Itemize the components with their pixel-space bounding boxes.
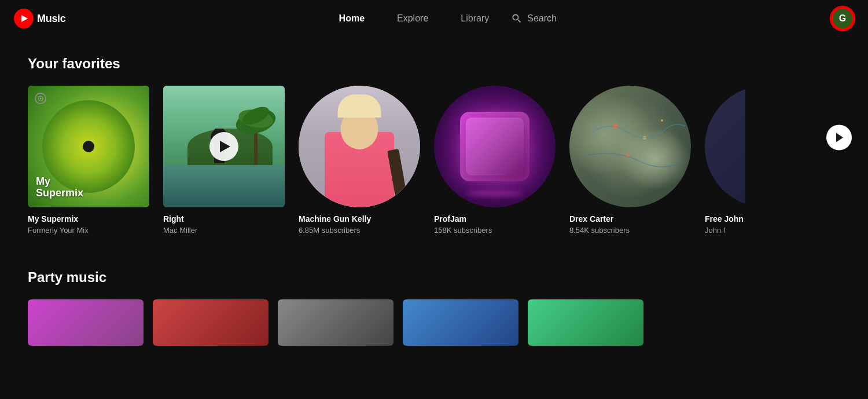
svg-point-11 — [661, 119, 663, 122]
supermix-thumbnail: My Supermix — [28, 86, 149, 207]
main-nav: Home Explore Library Search — [54, 9, 831, 28]
profjam-cube — [460, 112, 529, 181]
search-icon — [511, 13, 523, 24]
right-card-title: Right — [163, 214, 285, 224]
party-card-2[interactable] — [153, 299, 269, 346]
profjam-card-subtitle: 158K subscribers — [434, 226, 556, 235]
search-button[interactable]: Search — [505, 9, 562, 28]
favorites-section: Your favorites — [28, 56, 840, 235]
free-john-card-subtitle: John I — [705, 226, 745, 235]
main-content: Your favorites — [0, 37, 868, 364]
party-music-row — [28, 299, 840, 346]
header-right: G — [831, 7, 854, 30]
svg-point-3 — [40, 98, 42, 100]
youtube-music-logo-icon — [14, 9, 34, 28]
cube-shadow — [466, 191, 524, 196]
party-music-section: Party music — [28, 269, 840, 346]
supermix-label-line1: My — [36, 176, 141, 188]
drex-map-overlay — [569, 86, 691, 207]
nav-home[interactable]: Home — [323, 9, 381, 28]
card-drex-carter[interactable]: Drex Carter 8.54K subscribers — [569, 86, 691, 235]
party-card-5[interactable] — [528, 299, 643, 346]
search-label: Search — [527, 13, 557, 24]
card-my-supermix[interactable]: My Supermix My Supermix Formerly Your Mi… — [28, 86, 149, 235]
party-card-4[interactable] — [403, 299, 518, 346]
favorites-title: Your favorites — [28, 56, 840, 72]
user-avatar[interactable]: G — [831, 7, 854, 30]
right-thumbnail — [163, 86, 285, 207]
mgk-bg — [299, 86, 420, 207]
mgk-card-title: Machine Gun Kelly — [299, 214, 420, 224]
vinyl-icon — [35, 93, 46, 104]
favorites-row: My Supermix My Supermix Formerly Your Mi… — [28, 86, 745, 235]
tropical-water — [163, 165, 285, 208]
mgk-thumbnail — [299, 86, 420, 207]
supermix-card-title: My Supermix — [28, 214, 149, 224]
play-overlay[interactable] — [209, 132, 238, 161]
free-john-card-title: Free John — [705, 214, 745, 224]
nav-library[interactable]: Library — [444, 9, 505, 28]
supermix-label-line2: Supermix — [36, 188, 141, 199]
supermix-card-subtitle: Formerly Your Mix — [28, 226, 149, 235]
card-free-john[interactable]: Free John John I — [705, 86, 745, 235]
drex-thumbnail — [569, 86, 691, 207]
drex-bg — [569, 86, 691, 207]
party-card-1[interactable] — [28, 299, 144, 346]
profjam-bg — [434, 86, 556, 207]
nav-explore[interactable]: Explore — [381, 9, 444, 28]
supermix-label: My Supermix — [36, 176, 141, 199]
party-music-title: Party music — [28, 269, 840, 285]
mgk-card-subtitle: 6.85M subscribers — [299, 226, 420, 235]
header: Music Home Explore Library Search G — [0, 0, 868, 37]
card-profjam[interactable]: ProfJam 158K subscribers — [434, 86, 556, 235]
drex-card-title: Drex Carter — [569, 214, 691, 224]
mgk-hair-shape — [338, 94, 381, 118]
free-john-bg — [705, 86, 745, 207]
disc-center — [83, 141, 94, 152]
favorites-carousel: My Supermix My Supermix Formerly Your Mi… — [28, 86, 840, 235]
party-card-3[interactable] — [278, 299, 393, 346]
profjam-thumbnail — [434, 86, 556, 207]
card-mgk[interactable]: Machine Gun Kelly 6.85M subscribers — [299, 86, 420, 235]
right-card-subtitle: Mac Miller — [163, 226, 285, 235]
arrow-right-icon — [836, 133, 843, 142]
drex-card-subtitle: 8.54K subscribers — [569, 226, 691, 235]
mgk-body-bg — [299, 86, 420, 207]
profjam-card-title: ProfJam — [434, 214, 556, 224]
scroll-right-button[interactable] — [826, 125, 852, 150]
card-free-john-wrapper: Free John John I — [705, 86, 745, 235]
supermix-bg: My Supermix — [28, 86, 149, 207]
play-icon — [220, 141, 230, 152]
free-john-thumbnail — [705, 86, 745, 207]
card-right[interactable]: Right Mac Miller — [163, 86, 285, 235]
palm-tree-icon — [233, 90, 279, 165]
